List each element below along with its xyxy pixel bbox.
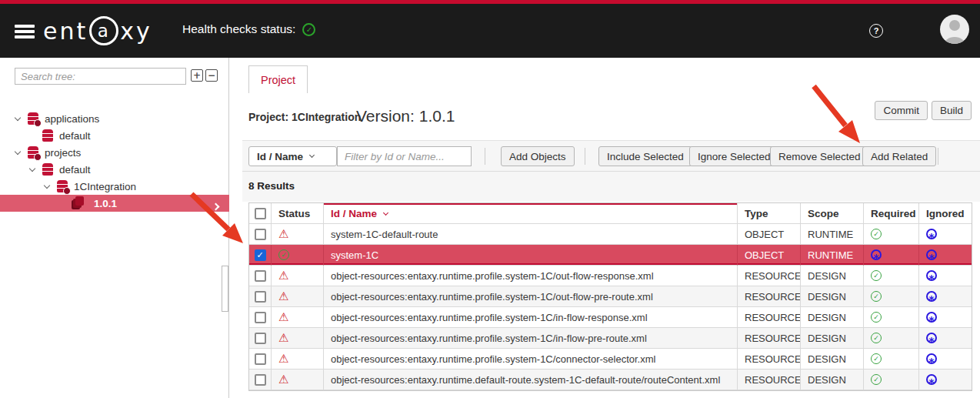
search-tree-input[interactable] xyxy=(15,68,186,85)
db-icon xyxy=(42,163,53,176)
header-buttons: Commit Build xyxy=(875,101,972,120)
check-circle-icon xyxy=(871,333,882,343)
row-scope: DESIGN xyxy=(801,266,864,286)
row-type: RESOURCE xyxy=(738,266,801,286)
add-objects-button[interactable]: Add Objects xyxy=(501,146,575,166)
row-checkbox[interactable] xyxy=(255,333,266,344)
sidebar-item-default[interactable]: default xyxy=(0,161,229,178)
tab-project[interactable]: Project xyxy=(248,65,308,93)
table-row[interactable]: ⚠ object-resources:entaxy.runtime.profil… xyxy=(249,328,972,349)
table-row[interactable]: ⚠ object-resources:entaxy.runtime.profil… xyxy=(249,266,972,286)
build-button[interactable]: Build xyxy=(932,101,972,120)
row-checkbox[interactable] xyxy=(255,374,266,386)
id-name-column-header[interactable]: Id / Name xyxy=(324,203,738,224)
status-column-header[interactable]: Status xyxy=(272,203,324,224)
row-scope: DESIGN xyxy=(801,286,864,307)
tree: applications default projects default 1C… xyxy=(0,110,229,212)
chevron-right-icon xyxy=(213,200,218,212)
arrow-to-add-related xyxy=(814,86,860,143)
check-circle-icon xyxy=(871,312,882,323)
ignored-column-header[interactable]: Ignored xyxy=(919,203,972,224)
collapse-all-icon[interactable]: − xyxy=(205,69,218,82)
ignored-circle-icon xyxy=(926,312,937,323)
filter-field-dropdown[interactable]: Id / Name xyxy=(248,146,337,166)
warning-triangle-icon: ⚠ xyxy=(278,229,288,240)
row-type: RESOURCE xyxy=(738,370,801,390)
row-type: RESOURCE xyxy=(738,307,801,328)
warning-triangle-icon: ⚠ xyxy=(278,312,288,323)
ignored-circle-icon xyxy=(926,270,937,281)
table-row[interactable]: ⚠ system-1C-default-route OBJECT RUNTIME xyxy=(249,224,972,245)
sidebar-scrollbar-thumb[interactable] xyxy=(222,266,228,312)
table-row[interactable]: ⚠ object-resources:entaxy.runtime.defaul… xyxy=(249,370,972,390)
required-column-header[interactable]: Required xyxy=(864,203,919,224)
db-dot-icon xyxy=(28,146,38,159)
row-checkbox[interactable] xyxy=(255,353,266,365)
sidebar-item-projects[interactable]: projects xyxy=(0,144,229,161)
expander-chevron-icon[interactable] xyxy=(15,152,28,154)
expander-chevron-icon[interactable] xyxy=(30,169,42,171)
expander-chevron-icon[interactable] xyxy=(45,186,57,188)
scope-column-header[interactable]: Scope xyxy=(801,203,864,224)
row-type: RESOURCE xyxy=(738,328,801,349)
row-id-name: object-resources:entaxy.runtime.profile.… xyxy=(324,349,738,370)
db-user-icon xyxy=(28,112,38,125)
help-question-icon[interactable]: ? xyxy=(869,24,883,38)
filter-input[interactable] xyxy=(337,146,472,166)
tree-item-label: default xyxy=(59,164,91,176)
row-checkbox[interactable] xyxy=(255,291,266,303)
results-table-header: Status Id / Name Type Scope Required Ign… xyxy=(249,203,972,224)
row-checkbox[interactable] xyxy=(255,249,266,261)
table-row[interactable]: system-1C OBJECT RUNTIME xyxy=(249,245,972,266)
tree-item-label: applications xyxy=(45,113,99,125)
health-checks-label: Health checks status: xyxy=(182,22,295,36)
table-row[interactable]: ⚠ object-resources:entaxy.runtime.profil… xyxy=(249,286,972,307)
row-id-name: object-resources:entaxy.runtime.profile.… xyxy=(324,266,738,286)
warning-triangle-icon: ⚠ xyxy=(278,270,288,282)
expander-chevron-icon[interactable] xyxy=(15,118,28,120)
row-id-name: object-resources:entaxy.runtime.profile.… xyxy=(324,286,738,307)
table-row[interactable]: ⚠ object-resources:entaxy.runtime.profil… xyxy=(249,349,972,370)
ignored-circle-icon xyxy=(926,353,937,364)
warning-triangle-icon: ⚠ xyxy=(278,333,288,344)
row-type: OBJECT xyxy=(738,224,801,245)
results-table-body: ⚠ system-1C-default-route OBJECT RUNTIME… xyxy=(249,224,972,390)
layers-icon xyxy=(75,196,84,206)
tree-item-label: 1CIntegration xyxy=(74,181,136,192)
check-circle-icon xyxy=(871,353,882,364)
tree-item-label: 1.0.1 xyxy=(94,198,117,209)
expand-all-icon[interactable]: + xyxy=(191,69,203,82)
ignored-circle-icon xyxy=(926,229,937,239)
toolbar-divider xyxy=(938,148,938,165)
sidebar-item-1.0.1[interactable]: 1.0.1 xyxy=(0,195,229,212)
row-checkbox[interactable] xyxy=(255,229,266,240)
app-root: entaxy Health checks status: ✓ ? + − app… xyxy=(0,0,980,398)
include-selected-button[interactable]: Include Selected xyxy=(598,146,692,166)
commit-button[interactable]: Commit xyxy=(875,101,928,120)
remove-selected-button[interactable]: Remove Selected xyxy=(770,146,869,166)
row-checkbox[interactable] xyxy=(255,270,266,282)
ignore-selected-button[interactable]: Ignore Selected xyxy=(689,146,779,166)
row-checkbox[interactable] xyxy=(255,312,266,323)
add-related-button[interactable]: Add Related xyxy=(862,146,936,166)
sidebar-item-default[interactable]: default xyxy=(0,127,229,144)
sidebar-item-applications[interactable]: applications xyxy=(0,110,229,127)
tree-item-label: default xyxy=(59,130,91,142)
user-avatar-icon[interactable] xyxy=(940,15,969,44)
table-row[interactable]: ⚠ object-resources:entaxy.runtime.profil… xyxy=(249,307,972,328)
warning-triangle-icon: ⚠ xyxy=(278,353,288,365)
tree-item-label: projects xyxy=(45,147,81,159)
top-bar: entaxy Health checks status: ✓ ? xyxy=(0,0,980,58)
hamburger-menu-icon[interactable] xyxy=(15,25,35,38)
select-all-checkbox[interactable] xyxy=(255,208,266,219)
entaxy-logo: entaxy xyxy=(43,14,152,48)
sidebar-item-1cintegration[interactable]: 1CIntegration xyxy=(0,178,229,195)
select-all-header-cell[interactable] xyxy=(249,203,272,224)
sidebar: + − applications default projects defaul… xyxy=(0,58,229,398)
toolbar-separator xyxy=(242,171,980,172)
row-scope: DESIGN xyxy=(801,349,864,370)
sort-chevron-icon xyxy=(383,209,388,215)
results-table: Status Id / Name Type Scope Required Ign… xyxy=(248,202,972,391)
type-column-header[interactable]: Type xyxy=(738,203,801,224)
health-checks-status: Health checks status: ✓ xyxy=(182,22,315,36)
